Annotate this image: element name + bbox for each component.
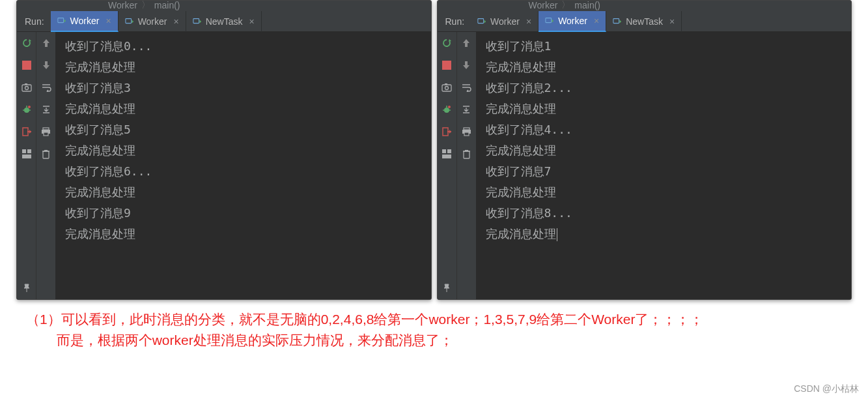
breadcrumb-item[interactable]: main()	[154, 0, 180, 10]
svg-marker-3	[132, 20, 133, 23]
print-icon[interactable]	[458, 124, 474, 140]
run-tab-bar: Run: Worker × Worker × NewTask ×	[438, 11, 852, 32]
svg-rect-21	[22, 155, 31, 158]
run-label: Run:	[17, 16, 51, 27]
tab-worker-1[interactable]: Worker ×	[471, 11, 539, 32]
arrow-up-icon[interactable]	[458, 35, 474, 51]
console-line: 完成消息处理	[486, 182, 843, 203]
debug-icon[interactable]	[439, 102, 455, 117]
scroll-end-icon[interactable]	[458, 102, 474, 117]
tab-newtask[interactable]: NewTask ×	[606, 11, 682, 32]
tab-label: Worker	[138, 16, 167, 27]
svg-rect-7	[22, 61, 31, 70]
console-line: 完成消息处理	[65, 98, 422, 119]
console-line: 收到了消息7	[486, 161, 843, 182]
breadcrumb: Worker 〉 main()	[438, 1, 852, 11]
breadcrumb-item[interactable]: Worker	[529, 0, 558, 10]
tab-label: Worker	[70, 16, 100, 26]
trash-icon[interactable]	[458, 146, 474, 162]
arrow-down-icon[interactable]	[458, 57, 474, 73]
exit-icon[interactable]	[19, 124, 35, 140]
svg-point-15	[28, 106, 31, 108]
run-config-icon	[613, 17, 622, 26]
exit-icon[interactable]	[439, 124, 455, 140]
pin-icon[interactable]	[19, 280, 35, 296]
run-tool-window: 收到了消息0...完成消息处理收到了消息3完成消息处理收到了消息5完成消息处理收…	[17, 32, 431, 299]
panels-row: Worker 〉 main() Run: Worker × Worker × N…	[0, 0, 868, 305]
camera-icon[interactable]	[19, 80, 35, 95]
svg-marker-18	[29, 130, 31, 134]
breadcrumb-item[interactable]: Worker	[108, 0, 137, 10]
tab-worker-1[interactable]: Worker ×	[51, 11, 119, 32]
console-line: 完成消息处理	[65, 182, 422, 203]
run-tab-bar: Run: Worker × Worker × NewTask ×	[17, 11, 431, 32]
scroll-end-icon[interactable]	[38, 102, 54, 117]
breadcrumb-separator: 〉	[141, 0, 150, 11]
trash-icon[interactable]	[38, 146, 54, 162]
svg-point-37	[445, 87, 449, 90]
svg-rect-20	[27, 149, 31, 153]
console-line: 收到了消息3	[65, 78, 422, 98]
close-icon[interactable]: ×	[669, 16, 675, 27]
svg-marker-29	[484, 20, 486, 23]
close-icon[interactable]: ×	[249, 16, 254, 27]
close-icon[interactable]: ×	[594, 16, 599, 26]
arrow-up-icon[interactable]	[38, 35, 54, 51]
breadcrumb: Worker 〉 main()	[17, 1, 431, 11]
console-line: 完成消息处理	[486, 224, 843, 244]
svg-point-39	[444, 108, 449, 113]
console-line: 收到了消息5	[65, 119, 422, 140]
stop-icon[interactable]	[439, 57, 455, 73]
run-toolbar-1	[438, 32, 457, 299]
soft-wrap-icon[interactable]	[38, 80, 54, 95]
svg-marker-33	[620, 20, 622, 23]
tab-label: NewTask	[206, 16, 243, 27]
tab-label: Worker	[558, 16, 587, 26]
run-config-icon	[57, 16, 66, 25]
svg-marker-46	[449, 130, 451, 134]
console-line: 完成消息处理	[486, 57, 843, 78]
stop-icon[interactable]	[19, 57, 35, 73]
tab-worker-2[interactable]: Worker ×	[539, 11, 606, 32]
pin-icon[interactable]	[439, 280, 455, 296]
console-line: 收到了消息2...	[486, 78, 843, 98]
layout-icon[interactable]	[19, 146, 35, 162]
console-line: 收到了消息0...	[65, 36, 422, 57]
console-output[interactable]: 收到了消息1完成消息处理收到了消息2...完成消息处理收到了消息4...完成消息…	[477, 32, 852, 299]
console-line: 完成消息处理	[486, 140, 843, 161]
camera-icon[interactable]	[439, 80, 455, 95]
run-config-icon	[477, 17, 486, 26]
arrow-down-icon[interactable]	[38, 57, 54, 73]
close-icon[interactable]: ×	[173, 16, 178, 27]
print-icon[interactable]	[38, 124, 54, 140]
rerun-icon[interactable]	[19, 35, 35, 51]
layout-icon[interactable]	[439, 146, 455, 162]
svg-rect-35	[442, 61, 451, 70]
svg-rect-36	[442, 85, 451, 91]
console-output[interactable]: 收到了消息0...完成消息处理收到了消息3完成消息处理收到了消息5完成消息处理收…	[56, 32, 431, 299]
svg-rect-8	[22, 85, 31, 91]
debug-icon[interactable]	[19, 102, 35, 117]
svg-rect-49	[442, 155, 451, 158]
tab-worker-2[interactable]: Worker ×	[119, 11, 186, 32]
svg-rect-28	[478, 18, 484, 23]
left-panel: Worker 〉 main() Run: Worker × Worker × N…	[16, 0, 432, 300]
text-caret	[557, 228, 557, 241]
svg-marker-5	[199, 20, 201, 23]
annotation-line: 而是，根据两个worker处理消息的实际压力情况，来分配消息了；	[26, 330, 842, 351]
tab-newtask[interactable]: NewTask ×	[186, 11, 262, 32]
console-line: 完成消息处理	[65, 140, 422, 161]
svg-rect-4	[193, 18, 199, 23]
breadcrumb-item[interactable]: main()	[574, 0, 600, 10]
soft-wrap-icon[interactable]	[458, 80, 474, 95]
rerun-icon[interactable]	[439, 35, 455, 51]
run-config-icon	[545, 16, 554, 25]
watermark: CSDN @小枯林	[794, 383, 859, 395]
svg-rect-30	[546, 18, 552, 22]
run-config-icon	[193, 17, 202, 26]
close-icon[interactable]: ×	[526, 16, 531, 27]
svg-rect-0	[57, 18, 63, 22]
close-icon[interactable]: ×	[105, 16, 111, 26]
svg-rect-44	[443, 128, 448, 136]
svg-marker-34	[449, 39, 451, 42]
